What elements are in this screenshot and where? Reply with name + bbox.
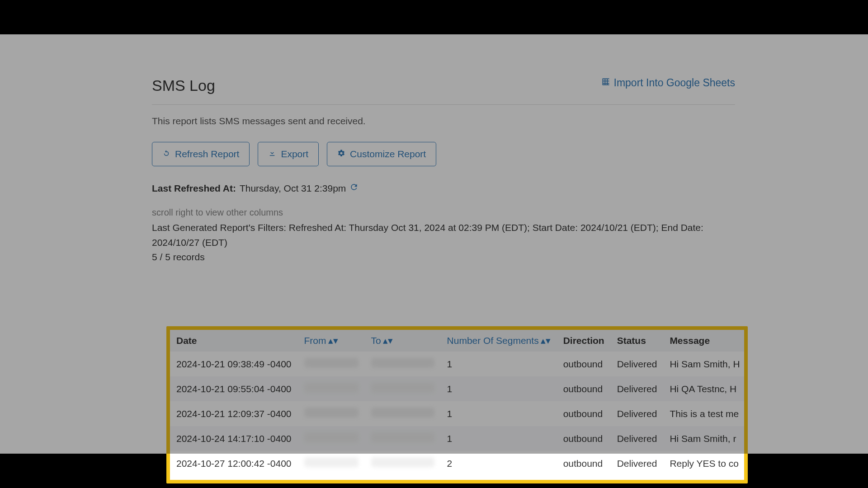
scroll-hint: scroll right to view other columns (152, 207, 735, 218)
cell-to (365, 451, 441, 476)
last-refreshed-label: Last Refreshed At: (152, 183, 236, 194)
cell-segments: 2 (441, 451, 557, 476)
table-row[interactable]: 2024-10-21 12:09:37 -04001outboundDelive… (170, 401, 744, 426)
redacted-phone (304, 432, 359, 442)
grid-icon (601, 77, 610, 89)
cell-message: Hi Sam Smith, r (663, 426, 744, 451)
table-row[interactable]: 2024-10-24 14:17:10 -04001outboundDelive… (170, 426, 744, 451)
table-row[interactable]: 2024-10-27 12:00:42 -04002outboundDelive… (170, 451, 744, 476)
col-header-to[interactable]: To▴▾ (365, 330, 441, 352)
cell-segments: 1 (441, 376, 557, 401)
cell-message: Hi Sam Smith, H (663, 352, 744, 376)
divider (152, 104, 735, 105)
customize-button-label: Customize Report (350, 149, 426, 160)
cell-date: 2024-10-27 12:00:42 -0400 (170, 451, 298, 476)
import-link-label: Import Into Google Sheets (614, 77, 736, 89)
col-header-to-label: To (371, 335, 381, 346)
last-refreshed: Last Refreshed At: Thursday, Oct 31 2:39… (152, 183, 735, 194)
report-description: This report lists SMS messages sent and … (152, 116, 735, 127)
col-header-status[interactable]: Status (611, 330, 664, 352)
cell-status: Delivered (611, 426, 664, 451)
cell-message: This is a test me (663, 401, 744, 426)
sms-log-table: Date From▴▾ To▴▾ Number Of Segments▴▾ Di… (170, 330, 744, 476)
export-button-label: Export (281, 149, 308, 160)
cell-from (298, 352, 365, 376)
cell-from (298, 451, 365, 476)
refresh-icon (162, 149, 170, 160)
cell-to (365, 426, 441, 451)
customize-report-button[interactable]: Customize Report (327, 142, 436, 166)
redacted-phone (304, 408, 359, 418)
cell-from (298, 376, 365, 401)
sort-icon: ▴▾ (541, 335, 551, 346)
table-row[interactable]: 2024-10-21 09:38:49 -04001outboundDelive… (170, 352, 744, 376)
col-header-direction[interactable]: Direction (557, 330, 611, 352)
cell-date: 2024-10-21 09:55:04 -0400 (170, 376, 298, 401)
download-icon (268, 149, 276, 160)
last-refreshed-value: Thursday, Oct 31 2:39pm (240, 183, 346, 194)
cell-segments: 1 (441, 401, 557, 426)
redacted-phone (371, 358, 434, 368)
cell-from (298, 426, 365, 451)
cell-date: 2024-10-21 12:09:37 -0400 (170, 401, 298, 426)
redacted-phone (371, 408, 434, 418)
cell-date: 2024-10-24 14:17:10 -0400 (170, 426, 298, 451)
cell-to (365, 352, 441, 376)
redacted-phone (371, 432, 434, 442)
cell-message: Reply YES to co (663, 451, 744, 476)
refresh-button-label: Refresh Report (175, 149, 239, 160)
refresh-report-button[interactable]: Refresh Report (152, 142, 250, 166)
col-header-segments-label: Number Of Segments (447, 335, 539, 346)
col-header-segments[interactable]: Number Of Segments▴▾ (441, 330, 557, 352)
export-button[interactable]: Export (258, 142, 319, 166)
redacted-phone (304, 358, 359, 368)
cell-direction: outbound (557, 451, 611, 476)
app-frame: SMS Log Import Into Google Sheets This r… (0, 34, 868, 454)
cell-status: Delivered (611, 352, 664, 376)
cell-status: Delivered (611, 401, 664, 426)
col-header-date[interactable]: Date (170, 330, 298, 352)
records-count: 5 / 5 records (152, 252, 735, 263)
cell-direction: outbound (557, 352, 611, 376)
col-header-message[interactable]: Message (663, 330, 744, 352)
sort-icon: ▴▾ (383, 335, 393, 346)
table-row[interactable]: 2024-10-21 09:55:04 -04001outboundDelive… (170, 376, 744, 401)
cell-direction: outbound (557, 426, 611, 451)
cell-direction: outbound (557, 376, 611, 401)
cell-segments: 1 (441, 426, 557, 451)
redacted-phone (371, 383, 434, 393)
sms-log-table-container: Date From▴▾ To▴▾ Number Of Segments▴▾ Di… (170, 330, 744, 480)
redacted-phone (304, 457, 359, 467)
cell-message: Hi QA Testnc, H (663, 376, 744, 401)
cell-from (298, 401, 365, 426)
cell-to (365, 401, 441, 426)
gear-icon (337, 149, 345, 160)
sort-icon: ▴▾ (328, 335, 338, 346)
cell-direction: outbound (557, 401, 611, 426)
cell-segments: 1 (441, 352, 557, 376)
cell-date: 2024-10-21 09:38:49 -0400 (170, 352, 298, 376)
cell-status: Delivered (611, 376, 664, 401)
redacted-phone (304, 383, 359, 393)
col-header-from[interactable]: From▴▾ (298, 330, 365, 352)
cell-status: Delivered (611, 451, 664, 476)
filters-line: Last Generated Report's Filters: Refresh… (152, 221, 735, 250)
refresh-inline-icon[interactable] (349, 183, 359, 194)
col-header-from-label: From (304, 335, 326, 346)
cell-to (365, 376, 441, 401)
import-google-sheets-link[interactable]: Import Into Google Sheets (601, 77, 736, 89)
redacted-phone (371, 457, 434, 467)
page-title: SMS Log (152, 77, 215, 94)
